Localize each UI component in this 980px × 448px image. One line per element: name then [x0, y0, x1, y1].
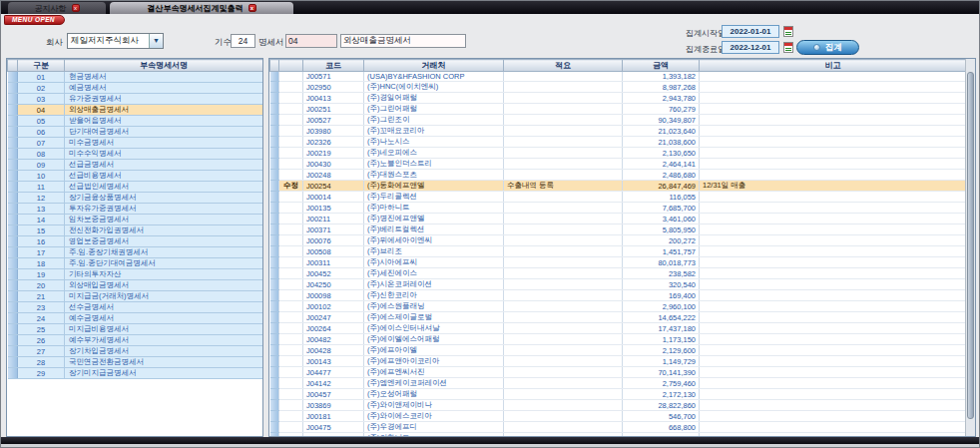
left-table-row[interactable]: 24예수금명세서 [8, 313, 263, 324]
row-name-cell: 미지급금(거래처)명세서 [65, 291, 263, 302]
right-table-row[interactable]: J00211(주)명진에프앤엘3,461,060 [270, 214, 967, 224]
right-table-row[interactable]: J00247(주)에스제이글로벌14,654,222 [270, 312, 967, 323]
right-table-row[interactable]: J04142(주)엠엔케이코퍼레이션2,759,460 [270, 378, 967, 389]
row-gutter-cell [270, 334, 279, 345]
row-code-cell: 17 [18, 247, 65, 258]
left-table-row[interactable]: 28국민연금전환금명세서 [8, 357, 263, 368]
right-table-row[interactable]: 수정J00254(주)동화에프앤엘수출내역 등록26,847,46912/31일… [270, 181, 967, 192]
term-input[interactable] [231, 34, 255, 48]
left-table-row[interactable]: 21미지급금(거래처)명세서 [8, 291, 263, 302]
row-gutter-cell [270, 257, 279, 268]
company-select[interactable]: 제일저지주식회사 ▼ [67, 33, 164, 49]
statement-name-input[interactable] [340, 34, 466, 48]
right-table-row[interactable]: J00135(주)마하니트7,685,700 [270, 203, 967, 214]
menu-open-badge[interactable]: MENU OPEN [4, 15, 65, 25]
right-table-row[interactable]: J00527(주)그린조이90,349,807 [270, 115, 967, 126]
left-table-row[interactable]: 07미수금명세서 [8, 138, 263, 149]
right-table-row[interactable]: J00264(주)에이스인터내셔날17,437,180 [270, 323, 967, 334]
column-header[interactable]: 거래처 [364, 60, 504, 72]
row-note-cell [700, 389, 967, 400]
left-table-row[interactable]: 16영업보증금명세서 [8, 236, 263, 247]
vertical-scrollbar[interactable] [965, 59, 975, 436]
right-table-row[interactable]: J00430(주)노블인더스트리2,464,141 [270, 159, 967, 170]
tab-close-icon[interactable]: x [248, 4, 256, 12]
left-table-row[interactable]: 03유가증권명세서 [8, 94, 263, 105]
row-note-cell [700, 214, 967, 224]
row-amount-cell: 2,960,100 [623, 301, 700, 312]
right-table-row[interactable]: J00428(주)에프아이엘2,129,600 [270, 345, 967, 356]
left-table-row[interactable]: 02예금명세서 [8, 83, 263, 94]
right-table-row[interactable]: J00102(주)에스원플래닝2,960,100 [270, 301, 967, 312]
right-table-row[interactable]: J00452(주)세진에이스238,582 [270, 268, 967, 279]
left-table-row[interactable]: 06단기대여금명세서 [8, 127, 263, 138]
right-table-row[interactable]: J00475(주)우경에프디668,800 [270, 422, 967, 433]
right-table-row[interactable]: J04250(주)시온코퍼레이션320,540 [270, 279, 967, 290]
statement-code-input[interactable] [285, 34, 337, 48]
left-table-row[interactable]: 01현금명세서 [8, 72, 263, 83]
left-table-row[interactable]: 04외상매출금명세서 [8, 105, 263, 116]
end-date-input[interactable] [722, 41, 779, 54]
left-table-row[interactable]: 25미지급비용명세서 [8, 324, 263, 335]
start-date-input[interactable] [722, 25, 779, 38]
left-table-row[interactable]: 29장기미지급금명세서 [8, 368, 263, 379]
right-table-row[interactable]: J00143(주)에프앤아이코리아1,149,729 [270, 356, 967, 367]
column-header[interactable]: 금액 [623, 60, 700, 72]
right-table-row[interactable]: J00076(주)뷔에세아이엔씨200,272 [270, 235, 967, 246]
right-table-row[interactable]: J02950(주)HNC(에이치엔씨)8,987,268 [270, 82, 967, 93]
row-memo-cell [504, 334, 623, 345]
right-table-row[interactable]: J02326(주)나노시스21,038,600 [270, 137, 967, 148]
left-table-row[interactable]: 10선급비용명세서 [8, 171, 263, 182]
left-table-row[interactable]: 15전신전화가입권명세서 [8, 225, 263, 236]
left-table-row[interactable]: 20외상매입금명세서 [8, 280, 263, 291]
left-table-row[interactable]: 12장기금융상품명세서 [8, 193, 263, 204]
right-table-row[interactable]: J00219(주)네오피에스2,130,650 [270, 148, 967, 159]
left-table-row[interactable]: 18주.임.종단기대여금명세서 [8, 258, 263, 269]
row-memo-cell [504, 104, 623, 115]
right-table-row[interactable]: J03869(주)와이앤제이비나28,822,860 [270, 400, 967, 411]
left-table-row[interactable]: 27장기차입금명세서 [8, 346, 263, 357]
tab-statement-report[interactable]: 결산부속명세서집계및출력 x [110, 2, 293, 14]
column-header[interactable]: 적요 [504, 60, 623, 72]
left-table-row[interactable]: 23선수금명세서 [8, 302, 263, 313]
calendar-icon[interactable] [783, 26, 793, 37]
chevron-down-icon[interactable]: ▼ [149, 34, 163, 48]
right-table-row[interactable]: J00457(주)오성어패럴2,172,130 [270, 389, 967, 400]
left-table-row[interactable]: 05받을어음명세서 [8, 116, 263, 127]
row-gutter-cell [270, 312, 279, 323]
column-header[interactable]: 부속명세서명 [65, 60, 263, 72]
left-table-row[interactable]: 11선급법인세명세서 [8, 182, 263, 193]
calendar-icon[interactable] [783, 42, 793, 53]
left-table-row[interactable]: 26예수부가세명세서 [8, 335, 263, 346]
right-table-row[interactable]: J00098(주)신한코리아169,400 [270, 290, 967, 301]
right-table-row[interactable]: J00371(주)베리트컬렉션5,805,950 [270, 224, 967, 235]
right-table-row[interactable]: J03980(주)꼬매요코리아21,023,640 [270, 126, 967, 137]
left-table-row[interactable]: 08미수수익명세서 [8, 149, 263, 160]
right-table-row[interactable]: J00571(USA)BY&HFASHION CORP1,393,182 [270, 72, 967, 82]
row-code-cell: 05 [18, 116, 65, 127]
left-table-row[interactable]: 14임차보증금명세서 [8, 215, 263, 225]
tab-notice[interactable]: 공지사항 x [8, 2, 106, 14]
right-table-row[interactable]: J00311(주)시아에프씨80,018,773 [270, 257, 967, 268]
row-flag-cell [279, 137, 303, 148]
detail-table: 코드거래처적요금액비고 J00571(USA)BY&HFASHION CORP1… [269, 59, 967, 437]
right-table-row[interactable]: J04477(주)에프엔씨서진70,141,390 [270, 367, 967, 378]
aggregate-button[interactable]: 집계 [796, 40, 859, 55]
right-table-row[interactable]: J00014(주)두리콜렉션116,055 [270, 192, 967, 203]
column-header[interactable]: 코드 [303, 60, 364, 72]
column-header[interactable]: 구분 [18, 60, 65, 72]
right-table-row[interactable]: J00508(주)브리조1,451,757 [270, 246, 967, 257]
column-header[interactable]: 비고 [700, 60, 967, 72]
right-table-row[interactable]: J00248(주)대원스포츠2,486,680 [270, 170, 967, 181]
right-table-row[interactable]: J00482(주)에이엘에스어패럴1,173,150 [270, 334, 967, 345]
right-table-row[interactable]: J00251(주)그린어패럴760,279 [270, 104, 967, 115]
left-table-row[interactable]: 13투자유가증권명세서 [8, 204, 263, 215]
left-table-row[interactable]: 17주.임.종장기채권명세서 [8, 247, 263, 258]
left-table-row[interactable]: 09선급금명세서 [8, 160, 263, 171]
row-gutter-cell [8, 72, 18, 83]
scrollbar-thumb[interactable] [967, 72, 974, 419]
right-table-row[interactable]: J00413(주)경일어패럴2,943,780 [270, 93, 967, 104]
left-table-row[interactable]: 19기타의투자자산 [8, 269, 263, 280]
row-gutter-cell [8, 105, 18, 116]
right-table-row[interactable]: J00181(주)와이에스코리아546,700 [270, 411, 967, 422]
tab-close-icon[interactable]: x [72, 4, 80, 12]
